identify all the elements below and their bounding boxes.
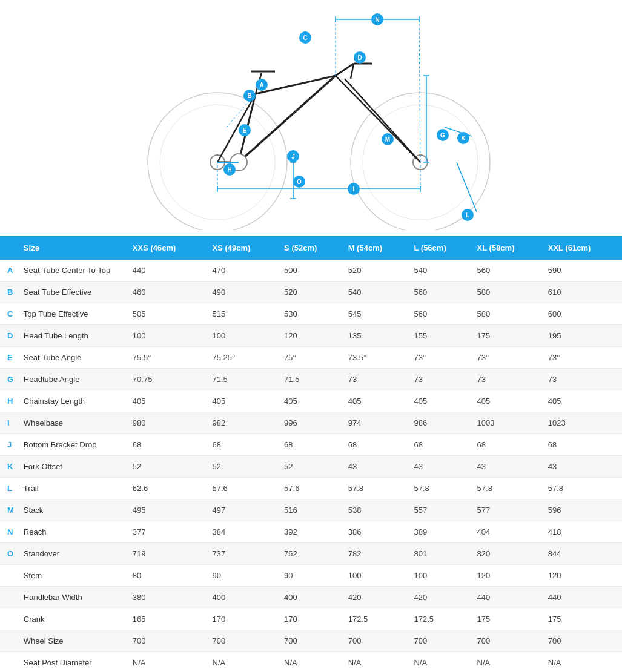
- svg-text:I: I: [352, 186, 354, 193]
- cell-name: Top Tube Effective: [19, 303, 128, 325]
- cell-xl: 57.8: [472, 478, 543, 499]
- cell-xxs: 495: [128, 499, 208, 521]
- cell-m: N/A: [343, 652, 409, 673]
- cell-s: 500: [279, 260, 343, 282]
- cell-xxs: 980: [128, 412, 208, 434]
- cell-xxl: 600: [543, 303, 622, 325]
- cell-m: 545: [343, 303, 409, 325]
- cell-letter: J: [0, 434, 19, 456]
- cell-xxs: 62.6: [128, 478, 208, 499]
- cell-l: 155: [409, 325, 472, 347]
- cell-xl: 73°: [472, 347, 543, 369]
- cell-xl: 577: [472, 499, 543, 521]
- table-body: ASeat Tube Center To Top4404705005205405…: [0, 260, 622, 672]
- col-header-xxl: XXL (61cm): [543, 236, 622, 260]
- cell-xl: 175: [472, 608, 543, 630]
- cell-l: 560: [409, 303, 472, 325]
- table-row: ASeat Tube Center To Top4404705005205405…: [0, 260, 622, 282]
- geometry-table: Size XXS (46cm) XS (49cm) S (52cm) M (54…: [0, 236, 622, 672]
- cell-s: 71.5: [279, 369, 343, 390]
- cell-l: N/A: [409, 652, 472, 673]
- col-header-xs: XS (49cm): [208, 236, 280, 260]
- col-header-s: S (52cm): [279, 236, 343, 260]
- cell-l: 801: [409, 543, 472, 565]
- cell-name: Trail: [19, 478, 128, 499]
- cell-name: Seat Post Diameter: [19, 652, 128, 673]
- cell-xxl: N/A: [543, 652, 622, 673]
- table-row: LTrail62.657.657.657.857.857.857.8: [0, 478, 622, 499]
- svg-line-12: [345, 79, 420, 162]
- cell-xxl: 1023: [543, 412, 622, 434]
- cell-xs: 100: [208, 325, 280, 347]
- cell-xs: 700: [208, 630, 280, 652]
- table-row: DHead Tube Length100100120135155175195: [0, 325, 622, 347]
- cell-name: Standover: [19, 543, 128, 565]
- svg-text:N: N: [375, 16, 379, 23]
- table-row: Handlebar Width380400400420420440440: [0, 587, 622, 608]
- cell-xs: 490: [208, 282, 280, 303]
- cell-xxl: 73°: [543, 347, 622, 369]
- size-table-wrapper: Size XXS (46cm) XS (49cm) S (52cm) M (54…: [0, 236, 622, 672]
- col-header-xl: XL (58cm): [472, 236, 543, 260]
- cell-letter: M: [0, 499, 19, 521]
- table-row: Wheel Size700700700700700700700: [0, 630, 622, 652]
- cell-xl: 404: [472, 521, 543, 543]
- col-header-l: L (56cm): [409, 236, 472, 260]
- svg-text:G: G: [440, 132, 445, 139]
- cell-s: 996: [279, 412, 343, 434]
- cell-xxs: 100: [128, 325, 208, 347]
- cell-m: 782: [343, 543, 409, 565]
- cell-m: 57.8: [343, 478, 409, 499]
- cell-letter: D: [0, 325, 19, 347]
- cell-m: 540: [343, 282, 409, 303]
- cell-xxl: 43: [543, 456, 622, 478]
- cell-xxs: 52: [128, 456, 208, 478]
- cell-xl: 175: [472, 325, 543, 347]
- cell-m: 420: [343, 587, 409, 608]
- cell-letter: [0, 565, 19, 587]
- cell-l: 405: [409, 390, 472, 412]
- cell-letter: O: [0, 543, 19, 565]
- table-row: ESeat Tube Angle75.5°75.25°75°73.5°73°73…: [0, 347, 622, 369]
- cell-letter: C: [0, 303, 19, 325]
- cell-letter: H: [0, 390, 19, 412]
- cell-m: 73: [343, 369, 409, 390]
- cell-xl: 580: [472, 303, 543, 325]
- cell-xxs: 380: [128, 587, 208, 608]
- cell-letter: B: [0, 282, 19, 303]
- cell-xl: 73: [472, 369, 543, 390]
- table-row: NReach377384392386389404418: [0, 521, 622, 543]
- cell-s: N/A: [279, 652, 343, 673]
- table-row: CTop Tube Effective505515530545560580600: [0, 303, 622, 325]
- table-row: OStandover719737762782801820844: [0, 543, 622, 565]
- col-header-m: M (54cm): [343, 236, 409, 260]
- cell-s: 170: [279, 608, 343, 630]
- cell-m: 974: [343, 412, 409, 434]
- cell-xxl: 195: [543, 325, 622, 347]
- cell-name: Seat Tube Effective: [19, 282, 128, 303]
- table-row: MStack495497516538557577596: [0, 499, 622, 521]
- cell-letter: [0, 587, 19, 608]
- cell-letter: [0, 608, 19, 630]
- cell-m: 172.5: [343, 608, 409, 630]
- cell-xxs: 377: [128, 521, 208, 543]
- cell-m: 135: [343, 325, 409, 347]
- cell-s: 52: [279, 456, 343, 478]
- cell-s: 120: [279, 325, 343, 347]
- cell-xl: 405: [472, 390, 543, 412]
- cell-letter: [0, 652, 19, 673]
- svg-line-35: [457, 162, 477, 212]
- svg-text:O: O: [297, 179, 302, 185]
- cell-s: 90: [279, 565, 343, 587]
- cell-name: Bottom Bracket Drop: [19, 434, 128, 456]
- svg-text:J: J: [291, 153, 295, 160]
- cell-xxs: 80: [128, 565, 208, 587]
- col-header-empty: [0, 236, 19, 260]
- cell-l: 700: [409, 630, 472, 652]
- cell-l: 57.8: [409, 478, 472, 499]
- table-row: HChainstay Length405405405405405405405: [0, 390, 622, 412]
- cell-s: 762: [279, 543, 343, 565]
- cell-xxl: 700: [543, 630, 622, 652]
- cell-xxl: 844: [543, 543, 622, 565]
- cell-xxl: 68: [543, 434, 622, 456]
